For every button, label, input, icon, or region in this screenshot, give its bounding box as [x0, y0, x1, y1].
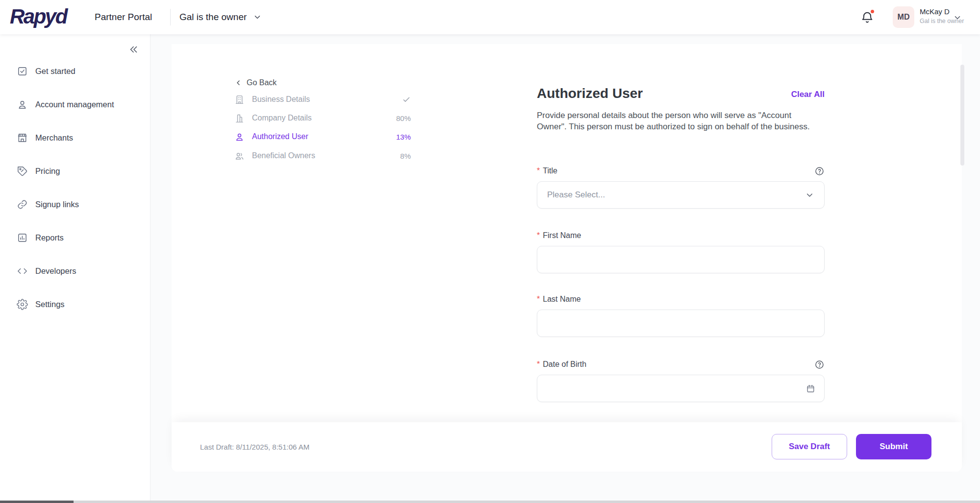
required-marker: * [537, 360, 540, 369]
sidebar-item-signup-links[interactable]: Signup links [0, 194, 150, 214]
bottom-edge-dark-segment [0, 501, 74, 503]
users-icon [234, 151, 245, 161]
sidebar-item-label: Signup links [35, 200, 79, 209]
sidebar-item-label: Settings [35, 300, 65, 309]
step-status [402, 95, 411, 104]
title-field-label: * Title [537, 167, 557, 175]
form-description: Provide personal details about the perso… [537, 110, 812, 132]
app-title: Partner Portal [95, 0, 152, 34]
go-back-label: Go Back [247, 78, 276, 87]
gear-icon [17, 299, 28, 310]
page-title: Authorized User [537, 86, 643, 101]
user-menu-button[interactable] [953, 13, 962, 22]
sidebar: Get started Account management Merchants… [0, 34, 151, 503]
link-icon [17, 199, 28, 210]
last-name-field-box [537, 310, 825, 337]
sidebar-item-label: Account management [35, 100, 114, 109]
step-label: Authorized User [252, 132, 308, 141]
collapse-sidebar-button[interactable] [128, 44, 139, 55]
double-chevron-left-icon [128, 44, 139, 55]
chevron-down-icon [805, 191, 814, 200]
sidebar-item-label: Developers [35, 266, 76, 276]
date-of-birth-field-label: * Date of Birth [537, 360, 586, 369]
step-progress: 8% [400, 152, 411, 160]
sidebar-item-reports[interactable]: Reports [0, 228, 150, 247]
date-of-birth-field[interactable] [546, 375, 806, 402]
required-marker: * [537, 295, 540, 304]
account-switcher-label: Gal is the owner [179, 12, 247, 23]
vertical-scrollbar[interactable] [960, 65, 964, 166]
step-progress: 13% [396, 133, 411, 141]
step-progress: 80% [396, 114, 411, 122]
last-draft-timestamp: Last Draft: 8/11/2025, 8:51:06 AM [200, 422, 309, 472]
building-icon [234, 95, 245, 105]
last-name-field-label: * Last Name [537, 295, 581, 304]
checkbox-icon [17, 66, 28, 77]
save-draft-button[interactable]: Save Draft [772, 434, 847, 459]
submit-button[interactable]: Submit [856, 434, 931, 459]
step-beneficial-owners[interactable]: Beneficial Owners 8% [234, 149, 411, 162]
calendar-icon[interactable] [806, 384, 815, 393]
step-company-details[interactable]: Company Details 80% [234, 112, 411, 124]
sidebar-item-label: Reports [35, 233, 64, 242]
help-icon [814, 166, 825, 176]
notification-dot [870, 9, 875, 14]
company-icon [234, 113, 245, 123]
app-header: Rapyd Partner Portal Gal is the owner MD… [0, 0, 980, 34]
step-authorized-user[interactable]: Authorized User 13% [234, 130, 411, 143]
header-divider [170, 9, 171, 25]
sidebar-item-pricing[interactable]: Pricing [0, 161, 150, 181]
code-icon [17, 265, 28, 277]
storefront-icon [17, 132, 28, 144]
go-back-link[interactable]: Go Back [234, 78, 276, 87]
chevron-left-icon [234, 79, 242, 87]
clear-all-button[interactable]: Clear All [791, 90, 825, 99]
rapyd-logo: Rapyd [10, 5, 67, 28]
sidebar-item-account-management[interactable]: Account management [0, 95, 150, 114]
onboarding-card: Go Back Business Details Company Details… [172, 44, 962, 472]
help-icon [814, 359, 825, 370]
sidebar-item-get-started[interactable]: Get started [0, 61, 150, 81]
title-select[interactable]: Please Select... [537, 181, 825, 209]
avatar-initials: MD [898, 13, 910, 22]
date-of-birth-field-box [537, 375, 825, 402]
sidebar-item-merchants[interactable]: Merchants [0, 128, 150, 147]
sidebar-item-developers[interactable]: Developers [0, 261, 150, 281]
title-help-button[interactable] [814, 166, 825, 176]
notifications-button[interactable] [860, 10, 874, 24]
step-label: Business Details [252, 95, 310, 104]
account-switcher[interactable]: Gal is the owner [179, 0, 262, 34]
step-label: Beneficial Owners [252, 151, 315, 160]
first-name-field-label: * First Name [537, 231, 581, 240]
sidebar-item-label: Get started [35, 67, 75, 76]
bottom-edge-strip [0, 501, 980, 503]
chevron-down-icon [253, 13, 262, 22]
last-name-field[interactable] [537, 310, 824, 336]
required-marker: * [537, 167, 540, 175]
first-name-field[interactable] [537, 246, 824, 273]
user-icon [234, 132, 245, 142]
required-marker: * [537, 231, 540, 240]
step-business-details[interactable]: Business Details [234, 93, 411, 106]
bar-chart-icon [17, 232, 28, 243]
title-select-placeholder: Please Select... [547, 190, 805, 200]
step-label: Company Details [252, 114, 312, 122]
avatar[interactable]: MD [893, 6, 914, 28]
sidebar-nav: Get started Account management Merchants… [0, 61, 150, 328]
check-icon [402, 95, 411, 104]
user-icon [17, 99, 28, 110]
first-name-field-box [537, 246, 825, 273]
sidebar-item-settings[interactable]: Settings [0, 294, 150, 314]
date-of-birth-help-button[interactable] [814, 359, 825, 370]
chevron-down-icon [953, 13, 962, 22]
form-footer: Last Draft: 8/11/2025, 8:51:06 AM Save D… [172, 422, 962, 472]
main-content: Go Back Business Details Company Details… [151, 34, 980, 503]
sidebar-item-label: Merchants [35, 133, 73, 143]
sidebar-item-label: Pricing [35, 167, 60, 176]
tag-icon [17, 166, 28, 177]
